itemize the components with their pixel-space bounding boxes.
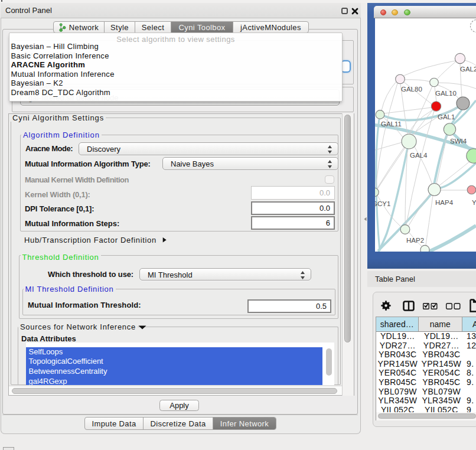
svg-text:HAP2: HAP2 xyxy=(406,237,424,244)
svg-text:HAP4: HAP4 xyxy=(435,199,454,206)
svg-text:SWI4: SWI4 xyxy=(450,138,467,145)
svg-text:GAL1: GAL1 xyxy=(438,113,455,120)
svg-text:GCY1: GCY1 xyxy=(375,200,390,207)
svg-text:GAL10: GAL10 xyxy=(435,90,457,97)
svg-text:GAL2: GAL2 xyxy=(460,66,476,73)
svg-text:GAL11: GAL11 xyxy=(381,120,402,128)
svg-text:GAL4: GAL4 xyxy=(410,152,428,159)
svg-text:YJ: YJ xyxy=(472,199,476,206)
svg-text:GAL80: GAL80 xyxy=(401,86,422,93)
